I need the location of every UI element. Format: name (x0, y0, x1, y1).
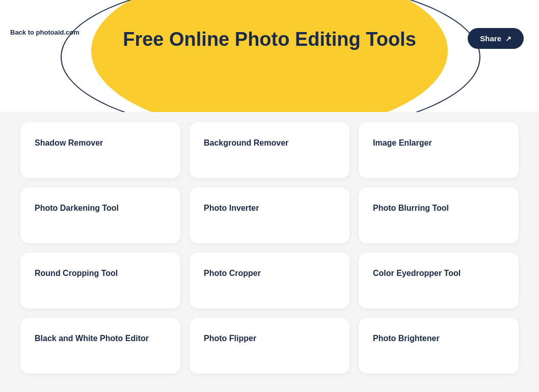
tool-card[interactable]: Photo Blurring Tool (359, 187, 519, 243)
tool-card[interactable]: Photo Inverter (190, 187, 349, 243)
tool-card-label: Image Enlarger (373, 137, 432, 149)
tool-card-label: Shadow Remover (35, 137, 103, 149)
tool-card-label: Photo Darkening Tool (35, 203, 119, 214)
back-link[interactable]: Back to photoaid.com (10, 28, 79, 37)
tool-card[interactable]: Photo Darkening Tool (20, 187, 180, 243)
tool-card[interactable]: Color Eyedropper Tool (359, 253, 519, 309)
tool-card-label: Background Remover (204, 137, 288, 149)
tool-card[interactable]: Photo Brightener (359, 318, 519, 374)
tool-card-label: Photo Flipper (204, 333, 256, 344)
tool-card-label: Photo Blurring Tool (373, 203, 449, 214)
share-button[interactable]: Share ↗ (468, 28, 524, 49)
tool-card[interactable]: Image Enlarger (359, 122, 519, 178)
tool-card[interactable]: Shadow Remover (20, 122, 180, 178)
tool-card-label: Photo Inverter (204, 203, 259, 214)
tool-card-label: Round Cropping Tool (35, 268, 118, 279)
tool-card[interactable]: Photo Cropper (190, 253, 349, 309)
tool-card-label: Black and White Photo Editor (35, 333, 149, 344)
tool-card[interactable]: Round Cropping Tool (20, 253, 180, 309)
tool-card-label: Color Eyedropper Tool (373, 268, 461, 279)
page-title: Free Online Photo Editing Tools (123, 28, 416, 51)
tool-card[interactable]: Background Remover (190, 122, 349, 178)
tool-card[interactable]: Black and White Photo Editor (20, 318, 180, 374)
tool-card[interactable]: Photo Flipper (190, 318, 349, 374)
tool-card-label: Photo Cropper (204, 268, 261, 279)
share-label: Share (480, 34, 501, 43)
tool-card-label: Photo Brightener (373, 333, 440, 344)
tools-grid: Shadow RemoverBackground RemoverImage En… (0, 112, 539, 389)
header-content: Back to photoaid.com Free Online Photo E… (0, 0, 539, 112)
header: Back to photoaid.com Free Online Photo E… (0, 0, 539, 112)
share-icon: ↗ (505, 35, 511, 43)
